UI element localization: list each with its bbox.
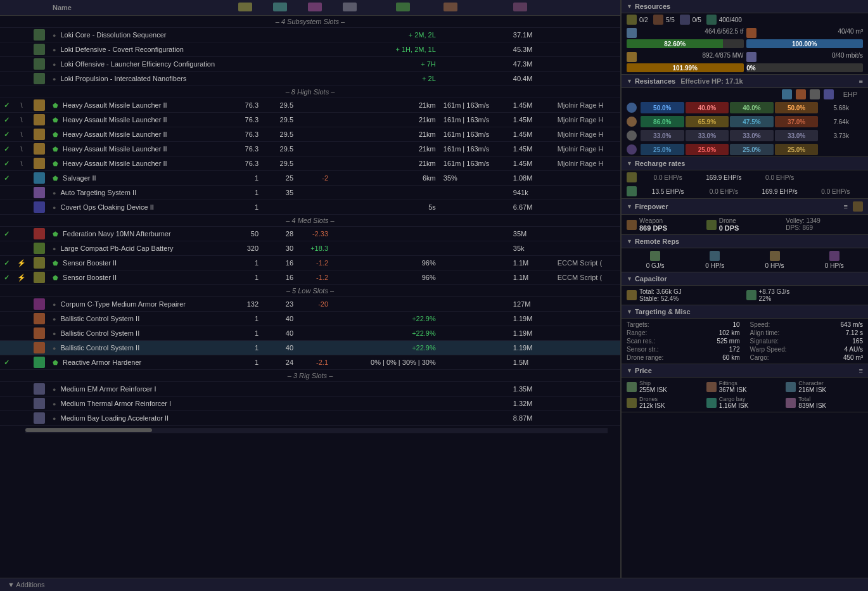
targets-row: Targets: 10	[627, 321, 740, 328]
item-name-cell[interactable]: ● Ballistic Control System II	[49, 341, 227, 355]
table-row[interactable]: ✓\ ⬟ Heavy Assault Missile Launcher II 7…	[0, 113, 620, 127]
resist-menu[interactable]: ≡	[859, 77, 863, 85]
remote-label: Remote Reps	[635, 238, 679, 245]
cal-cell	[297, 341, 332, 355]
item-name-cell[interactable]: ● Medium EM Armor Reinforcer I	[49, 382, 227, 397]
table-row[interactable]: ● Loki Offensive - Launcher Efficiency C…	[0, 57, 620, 72]
scanres-row: Scan res.: 525 mm	[627, 338, 740, 345]
cal-cell	[297, 98, 332, 113]
table-row[interactable]: ✓\ ⬟ Heavy Assault Missile Launcher II 7…	[0, 127, 620, 142]
item-name-cell[interactable]: ● Large Compact Pb-Acid Cap Battery	[49, 241, 227, 256]
fitting-panel[interactable]: Name	[0, 0, 621, 578]
item-name-cell[interactable]: ● Loki Propulsion - Intercalated Nanofib…	[49, 72, 227, 86]
item-name-cell[interactable]: ⬟ Federation Navy 10MN Afterburner	[49, 227, 227, 241]
table-row[interactable]: ● Medium EM Armor Reinforcer I 1.35M	[0, 382, 620, 397]
table-row[interactable]: ● Ballistic Control System II 140+22.9%1…	[0, 326, 620, 341]
price-cell: 1.35M	[509, 382, 554, 397]
table-row[interactable]: ● Loki Core - Dissolution Sequencer + 2M…	[0, 28, 620, 42]
col-status2	[13, 0, 30, 16]
price-cell: 1.45M	[509, 156, 554, 171]
active-icon: ⬟	[53, 260, 58, 267]
cpu-cell	[227, 28, 262, 42]
additions-label[interactable]: ▼ Additions	[8, 581, 45, 588]
right-panel: ▼ Resources 0/2 5/5 0/5 400/400	[621, 0, 868, 578]
firepower-menu[interactable]: ≡	[844, 203, 848, 210]
item-name-cell[interactable]: ⬟ Heavy Assault Missile Launcher II	[49, 98, 227, 113]
item-name: Medium Thermal Armor Reinforcer I	[61, 400, 172, 407]
item-name-cell[interactable]: ● Covert Ops Cloaking Device II	[49, 200, 227, 215]
table-row[interactable]: ● Auto Targeting System II 135941k	[0, 186, 620, 200]
section-header: – 5 Low Slots –	[0, 285, 620, 297]
total-kin: 25.0%	[730, 144, 774, 155]
item-name-cell[interactable]: ⬟ Heavy Assault Missile Launcher II	[49, 127, 227, 142]
item-name-cell[interactable]: ● Auto Targeting System II	[49, 186, 227, 200]
cargo-cell	[332, 156, 367, 171]
item-name-cell[interactable]: ⬟ Salvager II	[49, 171, 227, 186]
item-icon	[34, 383, 45, 395]
mw-label: 892.4/875 MW	[702, 52, 743, 62]
item-name-cell[interactable]: ⬟ Reactive Armor Hardener	[49, 355, 227, 370]
item-name-cell[interactable]: ⬟ Heavy Assault Missile Launcher II	[49, 142, 227, 156]
scrollbar-h[interactable]	[25, 428, 608, 433]
item-name-cell[interactable]: ⬟ Heavy Assault Missile Launcher II	[49, 156, 227, 171]
m3-label: 40/40 m³	[838, 28, 863, 38]
cal-cell	[297, 127, 332, 142]
item-name-cell[interactable]: ● Ballistic Control System II	[49, 326, 227, 341]
table-row[interactable]: ● Covert Ops Cloaking Device II 15s6.67M	[0, 200, 620, 215]
speed-cell	[440, 270, 509, 285]
table-row[interactable]: ✓ ⬟ Salvager II 125-26km35%1.08M	[0, 171, 620, 186]
check-cell	[0, 326, 13, 341]
resist-label: Resistances	[635, 77, 675, 85]
check-cell: ✓	[0, 127, 13, 142]
section-label: – 4 Med Slots –	[0, 215, 620, 227]
table-row[interactable]: ✓\ ⬟ Heavy Assault Missile Launcher II 7…	[0, 98, 620, 113]
price-menu[interactable]: ≡	[859, 367, 863, 374]
cpu-cell	[227, 382, 262, 397]
cpu-cell: 1	[227, 355, 262, 370]
cap-total-item: Total: 3.66k GJ Stable: 52.4%	[627, 288, 744, 302]
table-row[interactable]: ● Loki Propulsion - Intercalated Nanofib…	[0, 72, 620, 86]
speed-cell	[440, 341, 509, 355]
item-name-cell[interactable]: ● Loki Offensive - Launcher Efficiency C…	[49, 57, 227, 72]
cal-cell: +18.3	[297, 241, 332, 256]
weapon-dps: 869 DPS	[639, 224, 667, 232]
item-name-cell[interactable]: ● Loki Core - Dissolution Sequencer	[49, 28, 227, 42]
table-row[interactable]: ● Corpum C-Type Medium Armor Repairer 13…	[0, 297, 620, 312]
item-name-cell[interactable]: ● Medium Bay Loading Accelerator II	[49, 411, 227, 426]
price-title: ▼ Price ≡	[622, 364, 868, 378]
item-icon	[34, 172, 45, 184]
item-name-cell[interactable]: ⬟ Sensor Booster II	[49, 270, 227, 285]
charge-cell	[554, 171, 620, 186]
table-row[interactable]: ✓\ ⬟ Heavy Assault Missile Launcher II 7…	[0, 142, 620, 156]
item-name-cell[interactable]: ⬟ Heavy Assault Missile Launcher II	[49, 113, 227, 127]
col-cpu	[227, 0, 262, 16]
table-row[interactable]: ✓ ⬟ Reactive Armor Hardener 124-2.10% | …	[0, 355, 620, 370]
cal-cell	[297, 186, 332, 200]
table-row[interactable]: ✓⚡ ⬟ Sensor Booster II 116-1.296%1.1MECC…	[0, 270, 620, 285]
table-row[interactable]: ✓\ ⬟ Heavy Assault Missile Launcher II 7…	[0, 156, 620, 171]
table-row[interactable]: ● Ballistic Control System II 140+22.9%1…	[0, 341, 620, 355]
table-row[interactable]: ● Medium Bay Loading Accelerator II 8.87…	[0, 411, 620, 426]
table-row[interactable]: ✓ ⬟ Federation Navy 10MN Afterburner 502…	[0, 227, 620, 241]
item-name-cell[interactable]: ● Corpum C-Type Medium Armor Repairer	[49, 297, 227, 312]
cpu-cell	[227, 397, 262, 411]
cargo-cell	[332, 326, 367, 341]
range-cell: 96%	[367, 256, 440, 270]
table-row[interactable]: ● Large Compact Pb-Acid Cap Battery 3203…	[0, 241, 620, 256]
table-row[interactable]: ● Loki Defensive - Covert Reconfiguratio…	[0, 42, 620, 57]
table-row[interactable]: ● Medium Thermal Armor Reinforcer I 1.32…	[0, 397, 620, 411]
item-name-cell[interactable]: ● Loki Defensive - Covert Reconfiguratio…	[49, 42, 227, 57]
table-row[interactable]: ✓⚡ ⬟ Sensor Booster II 116-1.296%1.1MECC…	[0, 256, 620, 270]
item-name-cell[interactable]: ● Medium Thermal Armor Reinforcer I	[49, 397, 227, 411]
item-name-cell[interactable]: ● Ballistic Control System II	[49, 312, 227, 326]
cargo-cell	[332, 57, 367, 72]
speed-cell	[440, 355, 509, 370]
check-mark: ✓	[4, 230, 10, 238]
scrollbar-thumb[interactable]	[25, 428, 152, 432]
table-row[interactable]: ● Ballistic Control System II 140+22.9%1…	[0, 312, 620, 326]
check-cell	[0, 42, 13, 57]
item-name: Medium EM Armor Reinforcer I	[61, 385, 156, 393]
cpu-cell: 76.3	[227, 142, 262, 156]
item-name-cell[interactable]: ⬟ Sensor Booster II	[49, 256, 227, 270]
range-cell	[367, 411, 440, 426]
